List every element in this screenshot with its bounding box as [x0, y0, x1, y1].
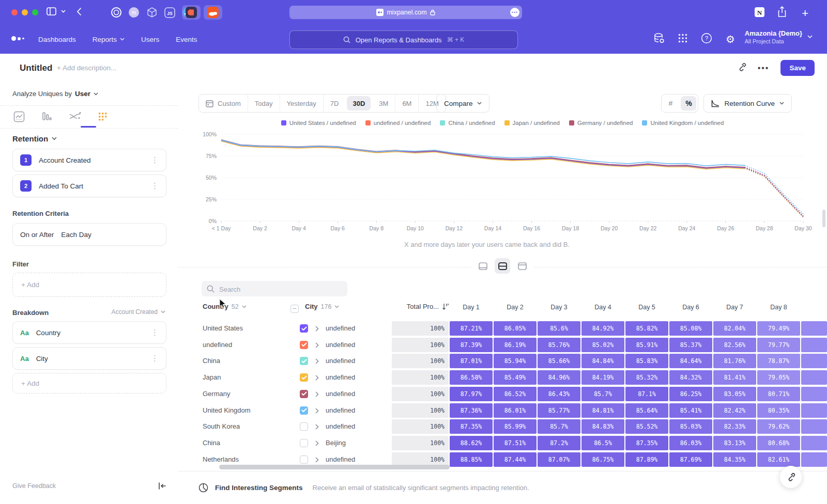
retention-cell[interactable]: 85.41% — [669, 403, 712, 418]
project-switcher[interactable]: Amazonia {Demo} All Project Data — [745, 29, 813, 44]
column-header-day-5[interactable]: Day 5 — [625, 304, 668, 311]
retention-cell[interactable]: 80.35% — [757, 403, 800, 418]
retention-cell[interactable]: 87.39% — [450, 338, 493, 352]
retention-cell[interactable]: 85.83% — [625, 354, 668, 368]
retention-cell[interactable]: 86.03% — [669, 436, 712, 450]
retention-cell[interactable]: 86.25% — [669, 387, 712, 401]
kebab-menu-icon[interactable]: ⋮ — [151, 183, 159, 188]
kebab-menu-icon[interactable]: ⋮ — [151, 158, 159, 163]
retention-cell[interactable]: 85.52% — [625, 419, 668, 434]
retention-cell[interactable]: 86.19% — [494, 338, 537, 352]
legend-item[interactable]: undefined / undefined — [365, 120, 431, 126]
retention-cell[interactable]: 87.07% — [538, 452, 580, 467]
kebab-menu-icon[interactable]: ⋮ — [151, 356, 159, 361]
row-city[interactable]: undefined — [326, 354, 355, 368]
tab-group-chevron-icon[interactable] — [61, 10, 66, 13]
retention-cell[interactable]: 86.58% — [450, 370, 493, 385]
window-zoom-button[interactable] — [32, 9, 38, 15]
retention-cell[interactable]: 88.62% — [450, 436, 493, 450]
window-close-button[interactable] — [11, 9, 18, 15]
criteria-operator[interactable]: On or After — [20, 231, 54, 239]
retention-criteria-card[interactable]: On or After Each Day — [12, 223, 166, 246]
legend-item[interactable]: United Kingdom / undefined — [642, 120, 724, 126]
tab-flows[interactable] — [68, 110, 82, 123]
row-checkbox[interactable] — [300, 373, 308, 382]
extension-cube-icon[interactable] — [146, 7, 158, 18]
row-country[interactable]: China — [203, 354, 220, 368]
retention-cell[interactable]: 83.13% — [713, 436, 756, 450]
new-tab-icon[interactable]: + — [802, 7, 808, 20]
retention-cell[interactable]: 87.44% — [494, 452, 537, 467]
row-country[interactable]: United Kingdom — [203, 403, 251, 418]
legend-item[interactable]: China / undefined — [440, 120, 495, 126]
row-checkbox[interactable] — [300, 357, 308, 365]
row-checkbox[interactable] — [300, 439, 308, 447]
retention-cell-clipped[interactable] — [801, 370, 827, 385]
retention-cell[interactable]: 85.02% — [581, 338, 624, 352]
add-breakdown-button[interactable]: + Add — [12, 373, 166, 393]
retention-cell-clipped[interactable] — [801, 452, 827, 467]
retention-cell[interactable]: 82.04% — [713, 321, 756, 336]
column-header-day-6[interactable]: Day 6 — [669, 304, 712, 311]
retention-cell[interactable]: 80.68% — [757, 436, 800, 450]
tab-retention[interactable] — [96, 110, 110, 123]
breakdown-city[interactable]: Aa City ⋮ — [12, 347, 166, 370]
retention-cell-clipped[interactable] — [801, 321, 827, 336]
retention-cell[interactable]: 86.75% — [581, 452, 624, 467]
retention-cell[interactable]: 82.61% — [757, 452, 800, 467]
retention-cell-clipped[interactable] — [801, 436, 827, 450]
range-yesterday[interactable]: Yesterday — [280, 94, 323, 112]
nav-dashboards[interactable]: Dashboards — [38, 36, 76, 43]
column-header-city[interactable]: City176 — [305, 303, 339, 310]
help-icon[interactable]: ? — [701, 33, 712, 46]
retention-cell[interactable]: 87.35% — [450, 419, 493, 434]
kebab-menu-icon[interactable]: ⋮ — [151, 330, 159, 335]
legend-item[interactable]: United States / undefined — [281, 120, 356, 126]
retention-cell[interactable]: 87.35% — [625, 436, 668, 450]
window-minimize-button[interactable] — [22, 9, 28, 15]
retention-cell[interactable]: 85.37% — [669, 338, 712, 352]
page-options-icon[interactable]: ••• — [510, 8, 519, 17]
collapse-sidebar-icon[interactable] — [158, 482, 166, 492]
analyze-entity-selector[interactable]: User — [75, 90, 90, 98]
retention-cell[interactable]: 85.66% — [538, 354, 580, 368]
nav-users[interactable]: Users — [141, 36, 159, 43]
retention-cell[interactable]: 87.1% — [625, 387, 668, 401]
column-header-day-3[interactable]: Day 3 — [538, 304, 580, 311]
retention-cell[interactable]: 85.82% — [625, 321, 668, 336]
retention-cell[interactable]: 84.32% — [669, 370, 712, 385]
retention-cell[interactable]: 88.85% — [450, 452, 493, 467]
retention-cell[interactable]: 82.56% — [713, 338, 756, 352]
expand-chevron-icon[interactable] — [315, 457, 319, 463]
column-header-total[interactable]: Total Pro... — [392, 303, 449, 310]
retention-cell[interactable]: 86.5% — [581, 436, 624, 450]
range-30d[interactable]: 30D — [347, 96, 371, 111]
retention-cell[interactable]: 84.83% — [581, 419, 624, 434]
percent-toggle[interactable]: % — [681, 96, 696, 111]
chart-type-selector[interactable]: Retention Curve — [703, 94, 792, 113]
sort-icon[interactable] — [442, 303, 449, 310]
row-checkbox[interactable] — [300, 390, 308, 398]
retention-cell[interactable]: 80.71% — [757, 387, 800, 401]
row-country[interactable]: Japan — [203, 370, 221, 385]
settings-gear-icon[interactable]: ⚙ — [726, 33, 735, 45]
nav-events[interactable]: Events — [176, 36, 197, 43]
retention-cell[interactable]: 81.41% — [713, 370, 756, 385]
criteria-interval[interactable]: Each Day — [61, 231, 159, 239]
retention-cell[interactable]: 87.36% — [450, 403, 493, 418]
expand-chevron-icon[interactable] — [315, 375, 319, 381]
give-feedback-link[interactable]: Give Feedback — [12, 482, 56, 490]
retention-cell[interactable]: 78.87% — [757, 354, 800, 368]
tab-funnels[interactable] — [40, 110, 54, 123]
view-table-focus[interactable] — [514, 258, 530, 274]
retention-cell[interactable]: 85.91% — [625, 338, 668, 352]
view-split[interactable] — [495, 258, 510, 274]
legend-item[interactable]: Japan / undefined — [504, 120, 560, 126]
retention-cell[interactable]: 84.35% — [713, 452, 756, 467]
retention-cell[interactable]: 85.49% — [494, 370, 537, 385]
retention-cell[interactable]: 87.51% — [494, 436, 537, 450]
view-chart-focus[interactable] — [475, 258, 491, 274]
retention-cell-clipped[interactable] — [801, 419, 827, 434]
breakdown-country[interactable]: Aa Country ⋮ — [12, 321, 166, 344]
range-3m[interactable]: 3M — [372, 94, 395, 112]
